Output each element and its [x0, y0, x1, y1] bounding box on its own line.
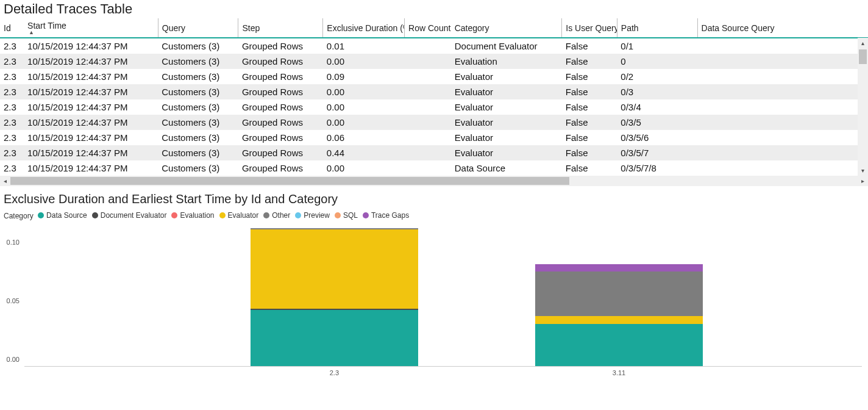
- cell-start: 10/15/2019 12:44:37 PM: [24, 115, 158, 130]
- cell-step: Grouped Rows: [238, 160, 323, 176]
- table-row[interactable]: 2.310/15/2019 12:44:37 PMCustomers (3)Gr…: [0, 84, 868, 99]
- cell-query: Customers (3): [158, 130, 238, 145]
- legend-swatch-icon: [263, 212, 269, 218]
- table-header-row: Id Start Time ▲ Query Step Exclusive Dur…: [0, 18, 868, 38]
- col-step[interactable]: Step: [238, 18, 323, 38]
- table-row[interactable]: 2.310/15/2019 12:44:37 PMCustomers (3)Gr…: [0, 99, 868, 115]
- cell-dsq: [697, 99, 868, 115]
- col-exclusive-duration[interactable]: Exclusive Duration (%): [323, 18, 405, 38]
- cell-dur: 0.00: [323, 54, 405, 69]
- legend-label: Other: [272, 211, 290, 220]
- cell-path: 0/3/5/7/8: [617, 160, 697, 176]
- cell-cat: Evaluator: [451, 99, 562, 115]
- col-category[interactable]: Category: [451, 18, 562, 38]
- cell-path: 0/3/4: [617, 99, 697, 115]
- cell-id: 2.3: [0, 69, 24, 84]
- table-row[interactable]: 2.310/15/2019 12:44:37 PMCustomers (3)Gr…: [0, 69, 868, 84]
- table-horizontal-scrollbar[interactable]: ◂ ▸: [0, 176, 868, 186]
- cell-start: 10/15/2019 12:44:37 PM: [24, 54, 158, 69]
- cell-id: 2.3: [0, 84, 24, 99]
- legend-item[interactable]: Trace Gaps: [363, 211, 409, 220]
- cell-row: [405, 54, 451, 69]
- bar-segment[interactable]: [251, 310, 418, 366]
- table-row[interactable]: 2.310/15/2019 12:44:37 PMCustomers (3)Gr…: [0, 115, 868, 130]
- cell-dsq: [697, 130, 868, 145]
- col-start-time[interactable]: Start Time ▲: [24, 18, 158, 38]
- cell-id: 2.3: [0, 99, 24, 115]
- cell-user: False: [562, 84, 617, 99]
- legend-item[interactable]: Preview: [295, 211, 330, 220]
- cell-path: 0/3/5: [617, 115, 697, 130]
- legend-item[interactable]: Document Evaluator: [92, 211, 167, 220]
- table-row[interactable]: 2.310/15/2019 12:44:37 PMCustomers (3)Gr…: [0, 160, 868, 176]
- col-is-user-query[interactable]: Is User Query: [562, 18, 617, 38]
- x-tick: 3.11: [613, 369, 625, 376]
- cell-dsq: [697, 160, 868, 176]
- cell-step: Grouped Rows: [238, 115, 323, 130]
- bar-segment[interactable]: [251, 229, 418, 309]
- col-path[interactable]: Path: [617, 18, 697, 38]
- legend-swatch-icon: [171, 212, 177, 218]
- cell-user: False: [562, 130, 617, 145]
- table-row[interactable]: 2.310/15/2019 12:44:37 PMCustomers (3)Gr…: [0, 130, 868, 145]
- bar-segment[interactable]: [535, 272, 703, 316]
- cell-query: Customers (3): [158, 69, 238, 84]
- legend-item[interactable]: SQL: [335, 211, 358, 220]
- legend-label: Evaluation: [180, 211, 214, 220]
- scroll-thumb[interactable]: [859, 49, 867, 64]
- scroll-track[interactable]: [858, 48, 868, 165]
- bar-group[interactable]: [535, 264, 703, 366]
- scroll-down-icon[interactable]: ▾: [858, 165, 868, 176]
- col-id[interactable]: Id: [0, 18, 24, 38]
- cell-start: 10/15/2019 12:44:37 PM: [24, 84, 158, 99]
- legend-item[interactable]: Evaluator: [219, 211, 259, 220]
- scroll-left-icon[interactable]: ◂: [0, 176, 10, 186]
- cell-dsq: [697, 115, 868, 130]
- table-vertical-scrollbar[interactable]: ▴ ▾: [858, 38, 868, 176]
- table-row[interactable]: 2.310/15/2019 12:44:37 PMCustomers (3)Gr…: [0, 54, 868, 69]
- cell-start: 10/15/2019 12:44:37 PM: [24, 69, 158, 84]
- legend-item[interactable]: Data Source: [38, 211, 87, 220]
- chart-plot[interactable]: [24, 226, 862, 367]
- cell-row: [405, 38, 451, 54]
- legend-swatch-icon: [92, 212, 98, 218]
- scroll-right-icon[interactable]: ▸: [858, 176, 868, 186]
- chart-x-axis: 2.33.11: [24, 369, 862, 381]
- cell-step: Grouped Rows: [238, 38, 323, 54]
- table-row[interactable]: 2.310/15/2019 12:44:37 PMCustomers (3)Gr…: [0, 38, 868, 54]
- bar-segment[interactable]: [535, 316, 703, 324]
- cell-step: Grouped Rows: [238, 69, 323, 84]
- cell-id: 2.3: [0, 130, 24, 145]
- legend-item[interactable]: Other: [263, 211, 290, 220]
- chart-title: Exclusive Duration and Earliest Start Ti…: [0, 186, 868, 209]
- cell-start: 10/15/2019 12:44:37 PM: [24, 38, 158, 54]
- bar-segment[interactable]: [535, 264, 703, 272]
- cell-row: [405, 145, 451, 160]
- cell-user: False: [562, 38, 617, 54]
- cell-step: Grouped Rows: [238, 145, 323, 160]
- scroll-thumb[interactable]: [10, 177, 569, 185]
- legend-swatch-icon: [335, 212, 341, 218]
- bar-group[interactable]: [251, 228, 418, 366]
- chart-plot-area[interactable]: 0.000.050.10 2.33.11: [0, 226, 866, 391]
- cell-path: 0: [617, 54, 697, 69]
- cell-query: Customers (3): [158, 145, 238, 160]
- traces-table[interactable]: Id Start Time ▲ Query Step Exclusive Dur…: [0, 18, 868, 176]
- cell-dur: 0.01: [323, 38, 405, 54]
- bar-segment[interactable]: [535, 324, 703, 366]
- cell-row: [405, 115, 451, 130]
- cell-id: 2.3: [0, 160, 24, 176]
- scroll-up-icon[interactable]: ▴: [858, 38, 868, 48]
- legend-item[interactable]: Evaluation: [171, 211, 214, 220]
- col-data-source-query[interactable]: Data Source Query: [697, 18, 868, 38]
- cell-path: 0/3/5/7: [617, 145, 697, 160]
- cell-row: [405, 130, 451, 145]
- col-row-count[interactable]: Row Count: [405, 18, 451, 38]
- col-query[interactable]: Query: [158, 18, 238, 38]
- legend-swatch-icon: [38, 212, 44, 218]
- cell-dsq: [697, 38, 868, 54]
- table-row[interactable]: 2.310/15/2019 12:44:37 PMCustomers (3)Gr…: [0, 145, 868, 160]
- cell-cat: Document Evaluator: [451, 38, 562, 54]
- scroll-track[interactable]: [10, 176, 858, 186]
- cell-id: 2.3: [0, 115, 24, 130]
